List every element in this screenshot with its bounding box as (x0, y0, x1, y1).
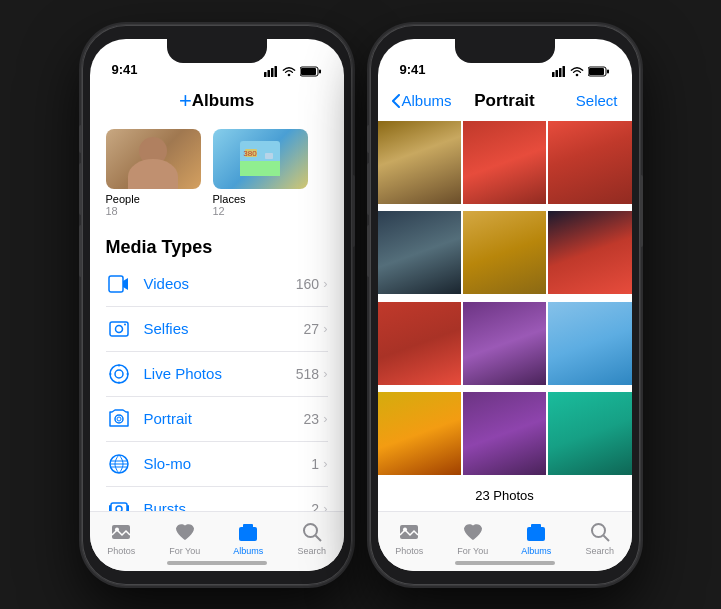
chevron-icon: › (323, 456, 327, 471)
tab-search[interactable]: Search (280, 520, 344, 556)
notch (167, 39, 267, 63)
albums-tab-icon-2 (524, 520, 548, 544)
burst-icon (106, 496, 132, 511)
media-item-slomo[interactable]: Slo-mo 1 › (106, 442, 328, 487)
photo-12[interactable] (548, 392, 631, 475)
svg-rect-48 (555, 70, 558, 77)
tab-albums-active[interactable]: Albums (217, 520, 281, 556)
select-button[interactable]: Select (576, 92, 618, 109)
media-item-portrait[interactable]: Portrait 23 › (106, 397, 328, 442)
svg-line-60 (603, 535, 609, 541)
signal-icon (264, 66, 278, 77)
tab-for-you-2[interactable]: For You (441, 520, 505, 556)
svg-rect-0 (264, 72, 267, 77)
tab-albums-label: Albums (233, 546, 263, 556)
media-item-bursts[interactable]: Bursts 2 › (106, 487, 328, 511)
status-time-2: 9:41 (400, 62, 426, 77)
chevron-icon: › (323, 366, 327, 381)
svg-rect-13 (109, 276, 123, 292)
portrait-icon (106, 406, 132, 432)
photo-6[interactable] (548, 211, 631, 294)
photo-count-bar: 23 Photos (378, 481, 632, 511)
media-item-videos[interactable]: Videos 160 › (106, 262, 328, 307)
photo-9[interactable] (548, 302, 631, 385)
svg-point-21 (109, 373, 111, 375)
people-count: 18 (106, 205, 201, 217)
selfie-icon (106, 316, 132, 342)
svg-rect-53 (589, 68, 604, 75)
tab-search-label-2: Search (585, 546, 614, 556)
svg-point-59 (592, 524, 605, 537)
home-indicator (167, 561, 267, 565)
svg-point-20 (118, 381, 120, 383)
back-button[interactable]: Albums (392, 92, 452, 109)
search-tab-icon-2 (588, 520, 612, 544)
tab-search-2[interactable]: Search (568, 520, 632, 556)
tab-photos-label: Photos (107, 546, 135, 556)
slomo-label: Slo-mo (144, 455, 312, 472)
notch-2 (455, 39, 555, 63)
photo-3[interactable] (548, 121, 631, 204)
iphone-portrait: 9:41 (370, 25, 640, 585)
tab-photos[interactable]: Photos (90, 520, 154, 556)
svg-rect-49 (559, 68, 562, 77)
photo-8[interactable] (463, 302, 546, 385)
photo-count-text: 23 Photos (475, 488, 534, 503)
photo-1[interactable] (378, 121, 461, 204)
chevron-icon: › (323, 411, 327, 426)
bursts-label: Bursts (144, 500, 312, 511)
tab-photos-2[interactable]: Photos (378, 520, 442, 556)
nav-title-portrait: Portrait (474, 91, 534, 111)
home-indicator-2 (455, 561, 555, 565)
selfies-count: 27 (304, 321, 320, 337)
svg-rect-57 (527, 527, 545, 541)
tab-for-you-label-2: For You (457, 546, 488, 556)
people-album[interactable]: People 18 (106, 129, 201, 217)
media-item-selfies[interactable]: Selfies 27 › (106, 307, 328, 352)
nav-title-albums: Albums (192, 91, 254, 111)
photo-10[interactable] (378, 392, 461, 475)
tab-albums-active-2[interactable]: Albums (505, 520, 569, 556)
iphone-albums: 9:41 (82, 25, 352, 585)
chevron-icon: › (323, 276, 327, 291)
svg-point-4 (287, 73, 290, 76)
svg-point-22 (126, 373, 128, 375)
svg-rect-43 (239, 527, 257, 541)
add-button[interactable]: + (179, 88, 192, 114)
live-photo-icon (106, 361, 132, 387)
svg-point-51 (575, 73, 578, 76)
places-count: 12 (213, 205, 308, 217)
live-photos-count: 518 (296, 366, 319, 382)
phones-container: 9:41 (82, 25, 640, 585)
media-types-header: Media Types (106, 237, 328, 258)
svg-rect-50 (562, 66, 565, 77)
svg-rect-2 (271, 68, 274, 77)
videos-count: 160 (296, 276, 319, 292)
svg-point-24 (117, 417, 121, 421)
photo-4[interactable] (378, 211, 461, 294)
for-you-tab-icon-2 (461, 520, 485, 544)
chevron-icon: › (323, 501, 327, 511)
places-thumbnail: 380 (213, 129, 308, 189)
videos-label: Videos (144, 275, 296, 292)
selfies-label: Selfies (144, 320, 304, 337)
svg-point-18 (115, 370, 123, 378)
slomo-icon (106, 451, 132, 477)
places-album[interactable]: 380 Places 12 (213, 129, 308, 217)
svg-point-15 (115, 325, 122, 332)
photo-2[interactable] (463, 121, 546, 204)
people-places: People 18 380 (106, 129, 328, 217)
wifi-icon-2 (570, 66, 584, 77)
svg-point-19 (118, 364, 120, 366)
svg-point-45 (304, 524, 317, 537)
photo-5[interactable] (463, 211, 546, 294)
media-item-live-photos[interactable]: Live Photos 518 › (106, 352, 328, 397)
photo-7[interactable] (378, 302, 461, 385)
svg-text:380: 380 (243, 149, 257, 158)
photo-11[interactable] (463, 392, 546, 475)
media-types-list: Videos 160 › Selfies (106, 262, 328, 511)
tab-for-you[interactable]: For You (153, 520, 217, 556)
status-icons (264, 66, 322, 77)
albums-tab-icon (236, 520, 260, 544)
video-icon (106, 271, 132, 297)
